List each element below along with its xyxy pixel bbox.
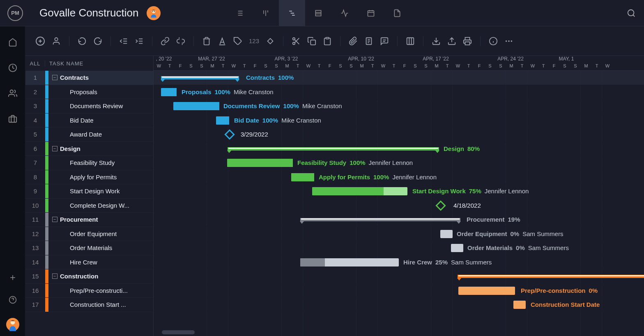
home-icon[interactable] bbox=[8, 38, 17, 47]
indent-icon[interactable] bbox=[135, 37, 144, 46]
undo-icon[interactable] bbox=[78, 37, 87, 46]
task-row[interactable]: 3 Documents Review bbox=[25, 99, 153, 114]
summary-bar[interactable] bbox=[161, 76, 239, 79]
task-row[interactable]: 14 Hire Crew bbox=[25, 255, 153, 270]
grid-col-name[interactable]: TASK NAME bbox=[45, 60, 153, 67]
gantt-row[interactable]: Feasibility Study 100% Jennifer Lennon bbox=[154, 156, 644, 170]
milestone-marker[interactable] bbox=[224, 129, 235, 139]
team-icon[interactable] bbox=[8, 89, 17, 98]
view-activity-icon[interactable] bbox=[331, 0, 358, 26]
task-bar[interactable] bbox=[173, 102, 219, 110]
outdent-icon[interactable] bbox=[119, 37, 128, 46]
gantt-row[interactable]: Procurement 19% bbox=[154, 213, 644, 227]
task-row[interactable]: 6 − Design bbox=[25, 142, 153, 156]
collapse-icon[interactable]: − bbox=[51, 273, 58, 279]
view-gantt-icon[interactable] bbox=[279, 0, 305, 26]
summary-bar[interactable] bbox=[300, 218, 460, 221]
link-icon[interactable] bbox=[161, 37, 170, 46]
task-bar[interactable] bbox=[513, 301, 526, 309]
briefcase-icon[interactable] bbox=[8, 114, 17, 123]
collapse-icon[interactable]: − bbox=[51, 146, 58, 151]
task-row[interactable]: 1 − Contracts bbox=[25, 71, 153, 85]
summary-bar[interactable] bbox=[458, 275, 644, 278]
task-row[interactable]: 5 Award Date bbox=[25, 127, 153, 142]
collapse-icon[interactable]: − bbox=[51, 75, 58, 80]
gantt-row[interactable]: 4/18/2022 bbox=[154, 199, 644, 213]
view-sheet-icon[interactable] bbox=[305, 0, 331, 26]
add-icon[interactable] bbox=[9, 273, 17, 282]
attach-icon[interactable] bbox=[349, 37, 358, 46]
clock-icon[interactable] bbox=[8, 63, 17, 72]
view-calendar-icon[interactable] bbox=[358, 0, 384, 26]
text-color-icon[interactable] bbox=[218, 37, 227, 46]
task-row[interactable]: 4 Bid Date bbox=[25, 114, 153, 128]
task-bar[interactable] bbox=[300, 258, 399, 266]
cut-icon[interactable] bbox=[292, 37, 301, 46]
task-row[interactable]: 11 − Procurement bbox=[25, 213, 153, 227]
summary-bar[interactable] bbox=[228, 147, 439, 151]
search-icon[interactable] bbox=[623, 5, 639, 21]
gantt-row[interactable]: Contracts 100% bbox=[154, 71, 644, 85]
task-row[interactable]: 8 Apply for Permits bbox=[25, 170, 153, 185]
collapse-icon[interactable]: − bbox=[51, 217, 58, 222]
user-avatar[interactable] bbox=[6, 318, 19, 331]
copy-icon[interactable] bbox=[307, 37, 316, 46]
gantt-chart[interactable]: , 20 '22MAR, 27 '22APR, 3 '22APR, 10 '22… bbox=[154, 56, 644, 336]
gantt-row[interactable]: Design 80% bbox=[154, 142, 644, 156]
task-bar[interactable] bbox=[291, 173, 314, 181]
print-icon[interactable] bbox=[463, 37, 472, 46]
task-bar[interactable] bbox=[440, 230, 453, 238]
task-bar[interactable] bbox=[451, 244, 463, 252]
paste-icon[interactable] bbox=[323, 37, 332, 46]
task-row[interactable]: 13 Order Materials bbox=[25, 241, 153, 255]
task-row[interactable]: 12 Order Equipment bbox=[25, 227, 153, 241]
gantt-row[interactable]: Start Design Work 75% Jennifer Lennon bbox=[154, 184, 644, 199]
gantt-scrollbar[interactable] bbox=[162, 330, 195, 334]
gantt-row[interactable]: Documents Review 100% Mike Cranston bbox=[154, 99, 644, 114]
gantt-row[interactable]: Order Materials 0% Sam Summers bbox=[154, 241, 644, 255]
unlink-icon[interactable] bbox=[176, 37, 185, 46]
task-row[interactable]: 17 Construction Start ... bbox=[25, 298, 153, 312]
app-logo[interactable]: PM bbox=[7, 5, 23, 21]
task-row[interactable]: 16 Prep/Pre-constructi... bbox=[25, 284, 153, 298]
notes-icon[interactable] bbox=[364, 37, 373, 46]
gantt-row[interactable] bbox=[154, 269, 644, 284]
export-icon[interactable] bbox=[447, 37, 456, 46]
milestone-marker[interactable] bbox=[435, 200, 446, 211]
task-bar[interactable] bbox=[216, 116, 229, 125]
help-icon[interactable] bbox=[9, 296, 17, 304]
info-icon[interactable] bbox=[489, 37, 498, 46]
delete-icon[interactable] bbox=[202, 37, 211, 46]
view-list-icon[interactable] bbox=[226, 0, 253, 26]
comment-icon[interactable] bbox=[380, 37, 389, 46]
view-files-icon[interactable] bbox=[384, 0, 410, 26]
gantt-row[interactable]: 3/29/2022 bbox=[154, 127, 644, 142]
assign-icon[interactable] bbox=[52, 37, 61, 46]
gantt-row[interactable]: Apply for Permits 100% Jennifer Lennon bbox=[154, 170, 644, 185]
import-icon[interactable] bbox=[432, 37, 441, 46]
task-row[interactable]: 9 Start Design Work bbox=[25, 184, 153, 199]
project-avatar[interactable] bbox=[147, 6, 161, 20]
task-row[interactable]: 2 Proposals bbox=[25, 85, 153, 100]
gantt-row[interactable]: Bid Date 100% Mike Cranston bbox=[154, 114, 644, 128]
gantt-row[interactable]: Order Equipment 0% Sam Summers bbox=[154, 227, 644, 241]
gantt-row[interactable]: Construction Start Date bbox=[154, 298, 644, 312]
task-bar[interactable] bbox=[161, 88, 177, 96]
gantt-row[interactable]: Proposals 100% Mike Cranston bbox=[154, 85, 644, 100]
more-icon[interactable] bbox=[504, 37, 513, 46]
add-task-icon[interactable] bbox=[35, 36, 45, 46]
view-board-icon[interactable] bbox=[253, 0, 279, 26]
redo-icon[interactable] bbox=[93, 37, 102, 46]
columns-icon[interactable] bbox=[406, 37, 415, 46]
task-row[interactable]: 7 Feasibility Study bbox=[25, 156, 153, 170]
task-bar[interactable] bbox=[458, 287, 515, 295]
gantt-row[interactable]: Prep/Pre-construction 0% bbox=[154, 284, 644, 298]
tag-icon[interactable] bbox=[233, 37, 242, 46]
grid-col-all[interactable]: ALL bbox=[25, 60, 45, 67]
gantt-row[interactable]: Hire Crew 25% Sam Summers bbox=[154, 255, 644, 270]
task-row[interactable]: 10 Complete Design W... bbox=[25, 199, 153, 213]
milestone-icon[interactable] bbox=[266, 37, 275, 46]
task-bar[interactable] bbox=[312, 187, 407, 195]
task-row[interactable]: 15 − Construction bbox=[25, 269, 153, 284]
task-bar[interactable] bbox=[227, 159, 293, 167]
